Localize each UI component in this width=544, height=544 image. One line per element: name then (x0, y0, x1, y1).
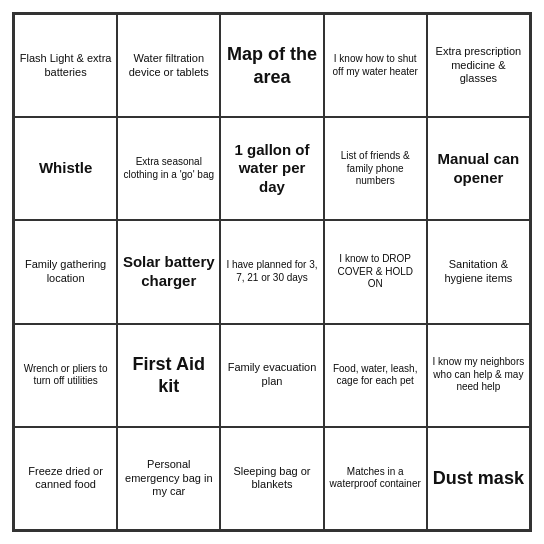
bingo-cell-r2c2: I have planned for 3, 7, 21 or 30 days (220, 220, 323, 323)
bingo-cell-r4c1: Personal emergency bag in my car (117, 427, 220, 530)
bingo-board: Flash Light & extra batteriesWater filtr… (12, 12, 532, 532)
bingo-cell-r2c0: Family gathering location (14, 220, 117, 323)
bingo-cell-r2c1: Solar battery charger (117, 220, 220, 323)
bingo-cell-r4c0: Freeze dried or canned food (14, 427, 117, 530)
bingo-cell-r0c2: Map of the area (220, 14, 323, 117)
bingo-cell-r4c4: Dust mask (427, 427, 530, 530)
bingo-cell-r1c2: 1 gallon of water per day (220, 117, 323, 220)
bingo-cell-r3c2: Family evacuation plan (220, 324, 323, 427)
bingo-cell-r1c1: Extra seasonal clothing in a 'go' bag (117, 117, 220, 220)
bingo-cell-r3c4: I know my neighbors who can help & may n… (427, 324, 530, 427)
bingo-cell-r0c3: I know how to shut off my water heater (324, 14, 427, 117)
bingo-cell-r0c0: Flash Light & extra batteries (14, 14, 117, 117)
bingo-cell-r0c1: Water filtration device or tablets (117, 14, 220, 117)
bingo-cell-r3c0: Wrench or pliers to turn off utilities (14, 324, 117, 427)
bingo-cell-r4c2: Sleeping bag or blankets (220, 427, 323, 530)
bingo-cell-r3c3: Food, water, leash, cage for each pet (324, 324, 427, 427)
bingo-cell-r2c3: I know to DROP COVER & HOLD ON (324, 220, 427, 323)
bingo-cell-r4c3: Matches in a waterproof container (324, 427, 427, 530)
bingo-cell-r1c4: Manual can opener (427, 117, 530, 220)
bingo-cell-r0c4: Extra prescription medicine & glasses (427, 14, 530, 117)
bingo-cell-r1c0: Whistle (14, 117, 117, 220)
bingo-cell-r2c4: Sanitation & hygiene items (427, 220, 530, 323)
bingo-cell-r1c3: List of friends & family phone numbers (324, 117, 427, 220)
bingo-cell-r3c1: First Aid kit (117, 324, 220, 427)
